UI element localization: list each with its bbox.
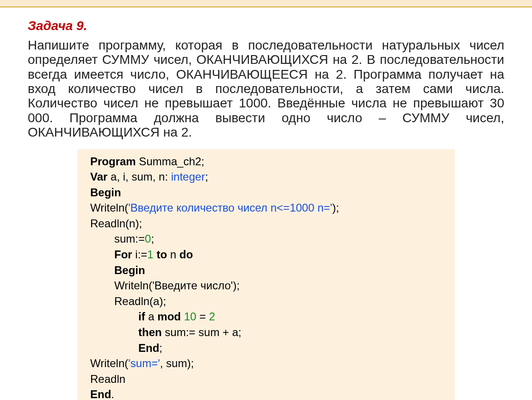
task-body: Напишите программу, которая в последоват… <box>28 38 504 140</box>
string-literal: 'Введите количество чисел n<=1000 n=' <box>128 201 332 214</box>
code-text: ; <box>159 342 162 354</box>
code-text: ); <box>332 201 339 214</box>
code-line: Program Summa_ch2; <box>90 154 442 169</box>
code-line: End. <box>90 387 442 400</box>
code-block: Program Summa_ch2; Var a, i, sum, n: int… <box>77 149 455 400</box>
code-text: sum:= sum + a; <box>162 326 241 338</box>
code-line: Readln <box>90 371 442 387</box>
code-text: Summa_ch2; <box>136 155 204 168</box>
type-integer: integer <box>171 170 205 183</box>
code-line: Writeln('Введите количество чисел n<=100… <box>90 200 442 216</box>
code-text: Writeln( <box>90 357 128 369</box>
code-line: then sum:= sum + a; <box>90 325 442 340</box>
kw-var: Var <box>90 170 107 183</box>
kw-program: Program <box>90 155 136 168</box>
code-text: Readln <box>90 373 125 385</box>
code-text: ); <box>233 279 240 292</box>
slide-content: Задача 9. Напишите программу, которая в … <box>0 7 532 400</box>
code-text: n <box>167 248 179 261</box>
code-text: i:= <box>132 248 148 261</box>
code-text: = <box>196 310 209 323</box>
code-text: Writeln( <box>90 201 128 214</box>
string-literal: 'sum=' <box>128 357 160 369</box>
kw-end: End <box>138 342 159 354</box>
kw-if: if <box>138 310 145 323</box>
code-text: a, i, sum, n: <box>107 170 171 183</box>
code-line: Var a, i, sum, n: integer; <box>90 169 442 185</box>
code-line: For i:=1 to n do <box>90 247 442 262</box>
code-text: ; <box>205 170 208 183</box>
code-text: sum:= <box>114 232 145 245</box>
kw-to: to <box>156 248 167 261</box>
code-text: Readln(n); <box>90 217 142 230</box>
code-line: Writeln('sum=', sum); <box>90 356 442 371</box>
kw-mod: mod <box>157 310 181 323</box>
number-literal: 2 <box>209 310 215 323</box>
kw-for: For <box>114 248 132 261</box>
kw-do: do <box>179 248 193 261</box>
kw-end-final: End <box>90 388 111 400</box>
code-line: sum:=0; <box>90 231 442 247</box>
code-line: if a mod 10 = 2 <box>90 309 442 325</box>
task-title: Задача 9. <box>28 19 504 33</box>
code-text: Writeln( <box>114 279 152 292</box>
code-line: End; <box>90 340 442 356</box>
code-text: a <box>145 310 158 323</box>
number-literal: 1 <box>147 248 153 261</box>
code-line: Readln(a); <box>90 294 442 309</box>
code-line: Begin <box>90 185 442 200</box>
code-text: , sum); <box>160 357 194 369</box>
code-line: Readln(n); <box>90 216 442 231</box>
code-text: . <box>111 388 114 400</box>
kw-then: then <box>138 326 162 338</box>
code-text: ; <box>151 232 154 245</box>
string-literal: 'Введите число' <box>152 279 233 292</box>
code-line: Writeln('Введите число'); <box>90 278 442 294</box>
kw-begin: Begin <box>90 186 121 199</box>
code-text: Readln(a); <box>114 295 166 307</box>
number-literal: 0 <box>145 232 151 245</box>
code-text <box>181 310 184 323</box>
code-line: Begin <box>90 262 442 278</box>
kw-begin-inner: Begin <box>114 264 145 276</box>
slide-top-border <box>0 0 532 7</box>
number-literal: 10 <box>184 310 197 323</box>
